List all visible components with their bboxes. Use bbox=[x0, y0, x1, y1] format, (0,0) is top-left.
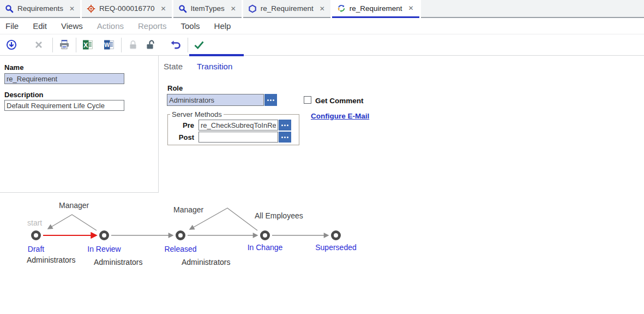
toolbar-separator bbox=[76, 38, 76, 52]
tab-bar: Requirements ✕ REQ-000016770 ✕ ItemTypes… bbox=[0, 0, 644, 18]
search-icon bbox=[178, 4, 187, 13]
pre-browse-button[interactable] bbox=[279, 120, 291, 131]
post-method-input[interactable] bbox=[198, 132, 278, 143]
description-input[interactable] bbox=[4, 100, 124, 111]
lock-closed-icon bbox=[127, 39, 139, 51]
close-icon[interactable]: ✕ bbox=[69, 5, 75, 12]
pre-method-input[interactable] bbox=[198, 120, 278, 131]
excel-icon: X bbox=[82, 39, 94, 51]
word-icon: W bbox=[103, 39, 115, 51]
pre-method-row: Pre bbox=[168, 120, 299, 131]
menu-file[interactable]: File bbox=[5, 21, 19, 31]
state-label[interactable]: Superseded bbox=[315, 243, 357, 252]
lock-open-icon bbox=[145, 39, 157, 51]
server-methods-legend: Server Methods bbox=[170, 110, 224, 119]
active-tab-indicator bbox=[189, 54, 244, 56]
lifecycle-map[interactable]: ManagerManagerDraftAdministratorsIn Revi… bbox=[0, 194, 414, 273]
name-input[interactable] bbox=[4, 73, 124, 84]
role-input[interactable] bbox=[167, 94, 264, 106]
tab-re-requirement-itemtype[interactable]: re_Requirement ✕ bbox=[243, 0, 330, 18]
export-excel-button[interactable]: X bbox=[81, 38, 95, 52]
menu-reports[interactable]: Reports bbox=[138, 21, 167, 31]
tab-state[interactable]: State bbox=[164, 62, 183, 71]
unlock-button[interactable] bbox=[143, 38, 158, 52]
state-label[interactable]: Draft bbox=[28, 245, 44, 253]
state-role-label: Administrators bbox=[27, 256, 75, 264]
toolbar: X W bbox=[0, 34, 644, 56]
printer-icon bbox=[58, 39, 70, 51]
tab-re-requirement-lifecycle[interactable]: re_Requirement ✕ bbox=[332, 0, 419, 18]
menu-views[interactable]: Views bbox=[61, 21, 83, 31]
name-label: Name bbox=[4, 63, 23, 72]
toolbar-separator bbox=[52, 38, 53, 52]
print-button[interactable] bbox=[57, 38, 71, 52]
state-label[interactable]: Released bbox=[164, 245, 196, 253]
post-method-row: Post bbox=[168, 132, 299, 143]
cancel-button[interactable] bbox=[32, 38, 46, 52]
close-icon[interactable]: ✕ bbox=[160, 5, 166, 12]
x-icon bbox=[33, 39, 45, 51]
tab-label: REQ-000016770 bbox=[99, 4, 154, 13]
tab-requirements[interactable]: Requirements ✕ bbox=[0, 0, 80, 18]
tab-itemtypes[interactable]: ItemTypes ✕ bbox=[173, 0, 242, 18]
configure-email-link[interactable]: Configure E-Mail bbox=[311, 112, 369, 120]
transition-back-line[interactable] bbox=[48, 215, 97, 230]
export-word-button[interactable]: W bbox=[102, 38, 116, 52]
diagram-annotation: All Employees bbox=[255, 211, 303, 220]
tab-req-000016770[interactable]: REQ-000016770 ✕ bbox=[82, 0, 171, 18]
state-role-label: Administrators bbox=[94, 258, 142, 266]
tab-label: re_Requirement bbox=[350, 4, 402, 13]
tab-transition[interactable]: Transition bbox=[197, 62, 232, 71]
menu-edit[interactable]: Edit bbox=[33, 21, 47, 31]
menu-tools[interactable]: Tools bbox=[181, 21, 200, 31]
lock-button[interactable] bbox=[126, 38, 140, 52]
svg-text:X: X bbox=[83, 42, 88, 49]
tab-label: ItemTypes bbox=[191, 4, 225, 13]
state-node[interactable] bbox=[177, 232, 184, 239]
post-label: Post bbox=[168, 133, 198, 141]
close-icon[interactable]: ✕ bbox=[231, 5, 236, 12]
tab-label: re_Requirement bbox=[261, 4, 314, 13]
server-methods-group: Server Methods Pre Post bbox=[167, 110, 299, 145]
lifecycle-icon bbox=[337, 4, 346, 13]
role-label: Role bbox=[167, 84, 183, 92]
ellipsis-icon bbox=[281, 137, 288, 138]
role-browse-button[interactable] bbox=[264, 94, 277, 106]
panel-divider-horizontal bbox=[0, 192, 159, 193]
toolbar-separator bbox=[188, 38, 188, 52]
state-label[interactable]: In Review bbox=[87, 245, 121, 253]
tab-label: Requirements bbox=[17, 4, 63, 13]
get-comment-label: Get Comment bbox=[315, 97, 364, 105]
menu-bar: File Edit Views Actions Reports Tools He… bbox=[0, 18, 644, 34]
post-browse-button[interactable] bbox=[279, 132, 291, 143]
get-comment-checkbox[interactable] bbox=[304, 96, 311, 104]
toolbar-separator bbox=[121, 38, 122, 52]
state-label[interactable]: In Change bbox=[248, 243, 283, 252]
menu-actions[interactable]: Actions bbox=[97, 21, 124, 31]
pre-label: Pre bbox=[168, 121, 198, 129]
state-node[interactable] bbox=[101, 232, 108, 239]
ellipsis-icon bbox=[281, 125, 288, 126]
search-icon bbox=[5, 4, 14, 13]
target-icon bbox=[87, 4, 95, 13]
close-icon[interactable]: ✕ bbox=[408, 5, 414, 11]
state-node[interactable] bbox=[33, 232, 40, 239]
undo-arrow-icon bbox=[170, 39, 182, 51]
check-in-button[interactable] bbox=[4, 38, 19, 52]
transition-label: Manager bbox=[59, 201, 89, 210]
ellipsis-icon bbox=[267, 99, 274, 101]
tab-bar-filler bbox=[421, 0, 644, 18]
undo-button[interactable] bbox=[168, 38, 183, 52]
apply-button[interactable] bbox=[192, 38, 206, 52]
menu-help[interactable]: Help bbox=[214, 21, 231, 31]
state-node[interactable] bbox=[333, 232, 340, 239]
panel-divider-vertical bbox=[158, 56, 159, 192]
checkmark-icon bbox=[193, 39, 205, 51]
hexagon-icon bbox=[248, 4, 257, 13]
circled-down-arrow-icon bbox=[5, 39, 17, 51]
state-node[interactable] bbox=[262, 232, 269, 239]
state-role-label: Administrators bbox=[182, 258, 230, 266]
application-window: Requirements ✕ REQ-000016770 ✕ ItemTypes… bbox=[0, 0, 644, 314]
close-icon[interactable]: ✕ bbox=[320, 5, 325, 12]
diagram-annotation: start bbox=[27, 218, 42, 227]
